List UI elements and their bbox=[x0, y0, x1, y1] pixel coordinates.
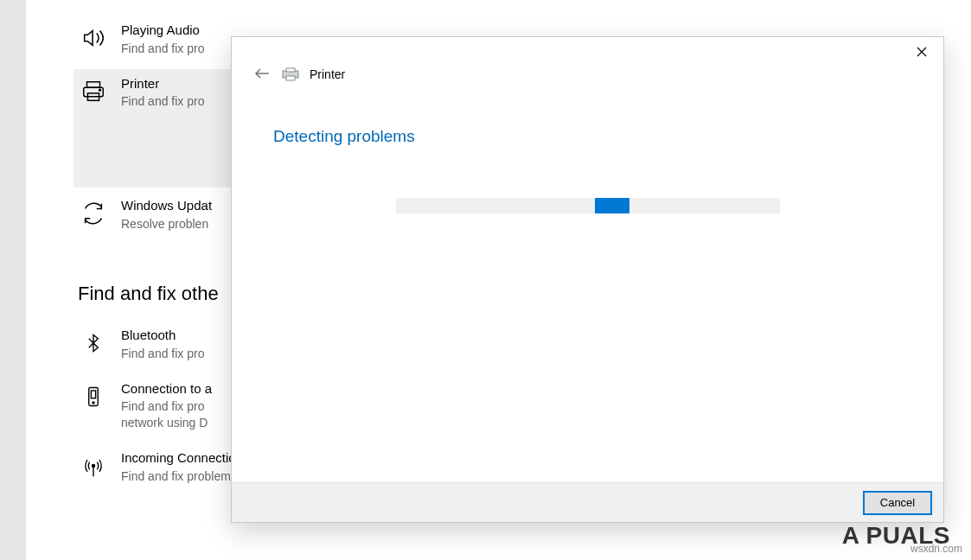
svg-rect-10 bbox=[286, 68, 295, 72]
close-button[interactable] bbox=[902, 39, 942, 65]
cancel-button[interactable]: Cancel bbox=[864, 492, 931, 514]
svg-rect-5 bbox=[91, 391, 95, 398]
printer-icon bbox=[78, 76, 109, 107]
svg-point-6 bbox=[93, 402, 94, 404]
dialog-body: Detecting problems bbox=[232, 92, 943, 213]
progress-bar bbox=[396, 198, 780, 213]
bluetooth-icon bbox=[78, 328, 109, 359]
arrow-left-icon bbox=[254, 67, 270, 82]
progress-chunk bbox=[595, 198, 629, 213]
device-icon bbox=[78, 381, 109, 412]
printer-small-icon bbox=[282, 67, 299, 81]
watermark-text: wsxdn.com bbox=[910, 543, 962, 555]
svg-rect-0 bbox=[87, 81, 100, 87]
troubleshooter-dialog: Printer Detecting problems Cancel bbox=[231, 36, 944, 523]
refresh-icon bbox=[78, 198, 109, 229]
dialog-heading: Detecting problems bbox=[273, 127, 902, 146]
dialog-title: Printer bbox=[310, 67, 345, 81]
back-button[interactable] bbox=[252, 65, 271, 84]
close-icon bbox=[917, 43, 927, 61]
dialog-header: Printer bbox=[232, 37, 943, 92]
dialog-footer: Cancel bbox=[232, 482, 943, 522]
svg-rect-11 bbox=[286, 76, 295, 80]
signal-icon bbox=[78, 450, 109, 481]
svg-point-3 bbox=[99, 89, 101, 91]
speaker-icon bbox=[78, 22, 109, 54]
